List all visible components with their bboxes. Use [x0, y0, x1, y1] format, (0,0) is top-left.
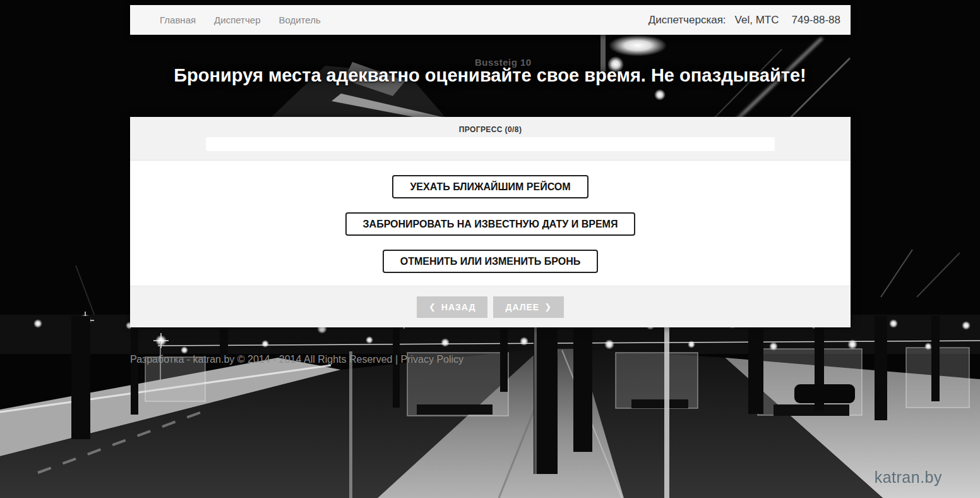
chevron-left-icon: ❮ — [429, 302, 436, 312]
next-button[interactable]: ДАЛЕЕ ❯ — [493, 296, 564, 318]
nav-links: Главная Диспетчер Водитель — [160, 15, 321, 25]
next-button-label: ДАЛЕЕ — [505, 302, 539, 312]
wizard-options: УЕХАТЬ БЛИЖАЙШИМ РЕЙСОМ ЗАБРОНИРОВАТЬ НА… — [130, 161, 851, 286]
booking-wizard-card: ПРОГРЕСС (0/8) УЕХАТЬ БЛИЖАЙШИМ РЕЙСОМ З… — [130, 117, 851, 327]
top-navbar: Главная Диспетчер Водитель Диспетчерская… — [130, 5, 851, 35]
footer-copyright-text: Разработка - katran.by © 2014 - 2014 All… — [130, 354, 392, 365]
chevron-right-icon: ❯ — [544, 302, 552, 312]
footer-separator: | — [392, 354, 400, 365]
back-button-label: НАЗАД — [441, 302, 476, 312]
dispatcher-label: Диспетчерская: — [648, 14, 726, 27]
photo-watermark: katran.by — [875, 468, 942, 487]
nav-link-dispatcher[interactable]: Диспетчер — [214, 15, 260, 25]
dispatcher-operators: Vel, МТС — [735, 14, 779, 27]
site-footer: Разработка - katran.by © 2014 - 2014 All… — [130, 354, 851, 365]
privacy-policy-link[interactable]: Privacy Policy — [401, 354, 464, 365]
nav-link-home[interactable]: Главная — [160, 15, 196, 25]
nav-link-driver[interactable]: Водитель — [278, 15, 320, 25]
book-known-date-time-button[interactable]: ЗАБРОНИРОВАТЬ НА ИЗВЕСТНУЮ ДАТУ И ВРЕМЯ — [345, 212, 636, 236]
depart-nearest-trip-button[interactable]: УЕХАТЬ БЛИЖАЙШИМ РЕЙСОМ — [392, 175, 588, 198]
progress-bar — [206, 137, 775, 151]
back-button[interactable]: ❮ НАЗАД — [417, 296, 488, 318]
cancel-or-change-booking-button[interactable]: ОТМЕНИТЬ ИЛИ ИЗМЕНИТЬ БРОНЬ — [383, 250, 598, 273]
page-title: Бронируя места адекватно оценивайте свое… — [0, 65, 980, 86]
dispatcher-contact: Диспетчерская: Vel, МТС 749-88-88 — [648, 14, 840, 27]
page: { "nav": { "links": [ {"label": "Главная… — [0, 0, 980, 498]
progress-label: ПРОГРЕСС (0/8) — [206, 125, 775, 134]
wizard-pager: ❮ НАЗАД ДАЛЕЕ ❯ — [130, 286, 851, 327]
dispatcher-phone: 749-88-88 — [791, 14, 840, 27]
progress-section: ПРОГРЕСС (0/8) — [130, 117, 851, 161]
